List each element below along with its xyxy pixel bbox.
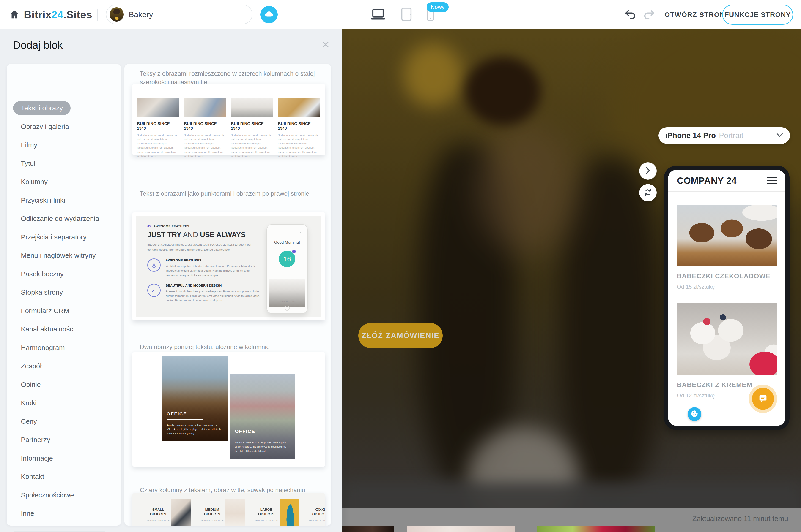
sidebar-category-item[interactable]: Zespół <box>7 357 121 376</box>
home-icon <box>9 17 20 20</box>
mobile-product: BABECZKI Z KREMEM Od 12 zł/sztukę <box>677 303 777 399</box>
sidebar-category-item[interactable]: Harmonogram <box>7 339 121 357</box>
block3-preview[interactable]: OFFICE An office manager is an employee … <box>132 352 325 467</box>
block4-subtitle: SHIPPING & PACKAGE <box>309 519 325 522</box>
undo-icon <box>624 17 637 21</box>
block-preview-card: Teksy z obrazami rozmieszczone w czterec… <box>124 64 331 526</box>
sidebar-category-item[interactable]: Opinie <box>7 376 121 394</box>
block4-title: MEDIUM OBJECTS <box>199 507 225 516</box>
device-selector[interactable]: iPhone 14 Pro Portrait <box>658 127 790 144</box>
cookie-widget-button[interactable] <box>688 407 701 421</box>
sidebar-category-label: Kroki <box>21 399 36 407</box>
sidebar-category-item[interactable]: Odliczanie do wydarzenia <box>7 209 121 228</box>
category-divider <box>14 531 105 532</box>
site-name-input[interactable]: Bakery <box>106 4 253 24</box>
topbar-divider <box>97 9 97 21</box>
sidebar-category-label: Partnerzy <box>21 436 50 444</box>
column-heading: BUILDING SINCE 1943 <box>137 121 179 131</box>
product-price: Od 15 zł/sztukę <box>677 284 777 290</box>
sidebar-category-item[interactable]: Filmy <box>7 136 121 154</box>
tablet-view-button[interactable] <box>397 7 416 22</box>
sidebar-category-item[interactable]: Przyciski i linki <box>7 191 121 210</box>
sidebar-category-item[interactable]: Kontakt <box>7 468 121 486</box>
sidebar-category-item[interactable]: Partnerzy <box>7 431 121 449</box>
sidebar-category-label: Odliczanie do wydarzenia <box>21 215 99 223</box>
sidebar-category-item[interactable]: Obrazy i galeria <box>7 117 121 136</box>
feature-text: BEAUTIFUL AND MODERN DESIGN Araesent bla… <box>166 284 262 303</box>
next-section-photo <box>407 526 515 532</box>
sidebar-category-item[interactable]: Inne <box>7 504 121 523</box>
sidebar-category-label: Ceny <box>21 418 37 425</box>
feature-text: AWESOME FEATURES Vestibulum vulputate lo… <box>166 259 262 278</box>
status-updated-label: Zaktualizowano 11 minut temu <box>692 515 788 523</box>
column-heading: BUILDING SINCE 1943 <box>278 121 320 131</box>
desktop-view-button[interactable] <box>368 7 388 22</box>
device-selector-orientation: Portrait <box>719 131 743 140</box>
next-section-photo <box>537 526 655 532</box>
cookie-icon <box>690 409 699 419</box>
category-list: Tekst i obrazy Obrazy i galeria Filmy Ty… <box>7 99 121 523</box>
sidebar-category-label: Tekst i obrazy <box>13 101 71 115</box>
sidebar-category-item[interactable]: Formularz CRM <box>7 302 121 320</box>
sidebar-category-item[interactable]: Ceny <box>7 412 121 431</box>
sidebar-category-item[interactable]: Kroki <box>7 394 121 412</box>
sidebar-category-label: Informacje <box>21 454 53 462</box>
chat-widget-button[interactable] <box>752 388 774 410</box>
block2-preview[interactable]: 05.AWESOME FEATURES JUST TRY AND USE ALW… <box>132 212 325 321</box>
page-functions-button[interactable]: FUNKCJE STRONY <box>722 4 793 25</box>
sidebar-category-label: Harmonogram <box>21 344 65 352</box>
panel-title: Dodaj blok <box>13 39 63 51</box>
column-text: Sed ut perspiciatis unde omnis iste natu… <box>231 133 273 158</box>
open-page-button[interactable]: OTWÓRZ STRONĘ <box>665 0 730 29</box>
sidebar-category-item[interactable]: Kolumny <box>7 173 121 191</box>
block4-preview[interactable]: SMALL OBJECTS SHIPPING & PACKAGE MEDIUM … <box>132 493 325 526</box>
sidebar-category-item[interactable]: Stopka strony <box>7 283 121 302</box>
mobile-preview-frame: COMPANY 24 BABECZKI CZEKOLADOWE Od 15 zł… <box>664 166 789 430</box>
collapse-preview-button[interactable] <box>639 162 657 180</box>
sidebar-category-item[interactable]: Kanał aktualności <box>7 320 121 339</box>
sidebar-category-label: Zespół <box>21 362 41 370</box>
sidebar-category-item[interactable]: Informacje <box>7 449 121 468</box>
order-button[interactable]: ZŁÓŻ ZAMÓWIENIE <box>358 323 443 348</box>
feature-title: AWESOME FEATURES <box>166 259 262 262</box>
block4-subtitle: SHIPPING & PACKAGE <box>147 519 169 522</box>
office-image-card: OFFICE An office manager is an employee … <box>162 357 228 441</box>
redo-icon <box>643 17 655 21</box>
column-photo <box>184 98 226 116</box>
site-avatar <box>110 7 124 21</box>
sidebar-category-item[interactable]: Tekst i obrazy <box>7 99 121 117</box>
column-heading: BUILDING SINCE 1943 <box>184 121 226 131</box>
block2-intro: Integer ut sollicitudin justo. Class apt… <box>147 242 255 252</box>
sidebar-category-item[interactable]: Pasek boczny <box>7 265 121 283</box>
block4-column: MEDIUM OBJECTS SHIPPING & PACKAGE <box>199 499 245 526</box>
close-icon[interactable]: × <box>319 38 333 51</box>
cloud-icon <box>264 10 274 20</box>
product-photo <box>677 303 777 375</box>
redo-button[interactable] <box>643 9 655 20</box>
sidebar-category-item[interactable]: Tytuł <box>7 154 121 173</box>
sidebar-category-item[interactable]: Menu i nagłówek witryny <box>7 246 121 265</box>
product-name: BABECZKI Z KREMEM <box>677 381 777 389</box>
eyebrow-number: 05. <box>147 225 152 228</box>
mock-counter: 16 <box>279 251 295 267</box>
rotate-icon <box>643 188 652 197</box>
block1-preview[interactable]: BUILDING SINCE 1943 Sed ut perspiciatis … <box>132 84 325 155</box>
mobile-product: BABECZKI CZEKOLADOWE Od 15 zł/sztukę <box>677 205 777 290</box>
home-button[interactable] <box>9 9 20 20</box>
block4-column: LARGE OBJECTS SHIPPING & PACKAGE <box>253 499 299 526</box>
sidebar-category-item[interactable]: Społecznościowe <box>7 486 121 505</box>
block2-description: Tekst z obrazami jako punktorami i obraz… <box>140 190 323 198</box>
rotate-device-button[interactable] <box>639 184 657 202</box>
sidebar-category-item[interactable]: Przejścia i separatory <box>7 228 121 247</box>
undo-button[interactable] <box>624 9 637 20</box>
category-card: Tekst i obrazy Obrazy i galeria Filmy Ty… <box>7 64 121 526</box>
brand-logo: Bitrix24.Sites <box>24 0 92 29</box>
hamburger-menu-icon[interactable] <box>767 175 777 186</box>
cloud-button[interactable] <box>260 6 278 23</box>
mock-home-button <box>285 306 290 311</box>
site-name-value: Bakery <box>129 10 153 19</box>
sidebar-category-label: Formularz CRM <box>21 307 69 315</box>
chevron-right-icon <box>645 167 651 175</box>
product-name: BABECZKI CZEKOLADOWE <box>677 272 777 280</box>
block2-phone-mockup: 62° Good Morning! 16 FEBRUARY 2013 <box>267 224 308 314</box>
